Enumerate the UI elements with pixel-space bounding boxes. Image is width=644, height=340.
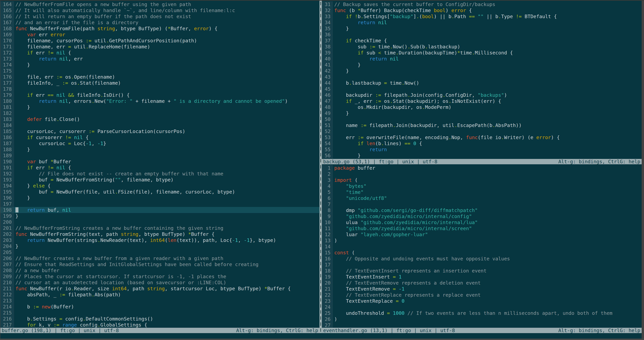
code-line[interactable]: 22 // TextEventReplace represents a repl… [322,292,642,298]
code-line[interactable]: 15const ( [322,250,642,256]
code-line[interactable]: 10 ulua "github.com/zyedidia/micro/inter… [322,219,642,225]
code-line[interactable]: 18 // TextEventInsert represents an inse… [322,268,642,274]
code-line[interactable]: 174 } [0,62,320,68]
code-line[interactable]: 38 sub := time.Now().Sub(b.lastbackup) [322,44,642,50]
code-line[interactable]: 33 if !b.Settings["backup"].(bool) || b.… [322,14,642,20]
code-line[interactable]: 184 [0,122,320,128]
code-line[interactable]: 34 return nil [322,20,642,26]
code-line[interactable]: 195 buf = NewBuffer(file, util.FSize(fil… [0,189,320,195]
code-line[interactable]: 36 [322,32,642,38]
code-line[interactable]: 168func NewBufferFromFile(path string, b… [0,26,320,32]
code-line[interactable]: 211func NewBuffer(r io.Reader, size int6… [0,286,320,292]
code-line[interactable]: 200 [0,219,320,225]
code-line[interactable]: 172 if err != nil { [0,50,320,56]
code-line[interactable]: 17 [322,262,642,268]
code-line[interactable]: 50 [322,116,642,122]
code-line[interactable]: 51 name := filepath.Join(backupdir, util… [322,122,642,128]
code-line[interactable]: 165// It will also automatically handle … [0,8,320,14]
code-line[interactable]: 3import ( [322,177,642,183]
code-line[interactable]: 164// NewBufferFromFile opens a new buff… [0,1,320,8]
code-line[interactable]: 12 luar "layeh.com/gopher-luar" [322,232,642,238]
code-line[interactable]: 188 } [0,146,320,152]
code-line[interactable]: 6 "unicode/utf8" [322,195,642,201]
code-line[interactable]: 202func NewBufferFromString(text, path s… [0,231,320,237]
code-line[interactable]: 21 TextEventRemove = -1 [322,286,642,292]
code-line[interactable]: 13) [322,238,642,244]
code-line[interactable]: 198 return buf, nil [0,207,320,213]
code-line[interactable]: 37 if checkTime { [322,38,642,44]
code-line[interactable]: 186 if cursorerr != nil { [0,134,320,140]
code-line[interactable]: 208// a new buffer [0,267,320,273]
code-line[interactable]: 23 TextEventReplace = 0 [322,298,642,304]
code-line[interactable]: 206// NewBuffer creates a new buffer fro… [0,255,320,261]
code-line[interactable]: 207// Ensure that ReadSettings and InitG… [0,261,320,267]
code-line[interactable]: 204} [0,243,320,249]
code-line[interactable]: 176 file, err := os.Open(filename) [0,74,320,80]
code-line[interactable]: 196 } [0,195,320,201]
code-line[interactable]: 1package buffer [322,165,642,171]
code-line[interactable]: 178 [0,86,320,92]
code-line[interactable]: 190 var buf *Buffer [0,158,320,165]
code-line[interactable]: 9 "github.com/zyedidia/micro/internal/co… [322,213,642,219]
code-line[interactable]: 180 return nil, errors.New("Error: " + f… [0,98,320,104]
code-line[interactable]: 216 b.Settings = config.DefaultCommonSet… [0,316,320,322]
code-line[interactable]: 203 return NewBuffer(strings.NewReader(t… [0,237,320,243]
code-line[interactable]: 197 [0,201,320,207]
code-line[interactable]: 5 "time" [322,189,642,195]
code-line[interactable]: 55 return [322,146,642,152]
code-line[interactable]: 191 if err != nil { [0,165,320,171]
code-line[interactable]: 199} [0,213,320,219]
code-line[interactable]: 189 [0,152,320,158]
code-line[interactable]: 46 backupdir := filepath.Join(config.Con… [322,92,642,98]
code-line[interactable]: 54 if len(b.lines) == 0 { [322,140,642,146]
code-line[interactable]: 19 TextEventInsert = 1 [322,274,642,280]
code-line[interactable]: 45 [322,86,642,92]
code-line[interactable]: 20 // TextEventRemove represents a delet… [322,280,642,286]
code-line[interactable]: 167// and an error if the file is a dire… [0,20,320,26]
code-line[interactable]: 48 os.Mkdir(backupdir, os.ModePerm) [322,104,642,110]
code-line[interactable]: 201// NewBufferFromString creates a new … [0,225,320,231]
code-line[interactable]: 170 filename, cursorPos := util.GetPathA… [0,38,320,44]
code-line[interactable]: 215 [0,310,320,316]
code-area-backup-go[interactable]: 31// Backup saves the current buffer to … [322,1,642,159]
code-line[interactable]: 166// It will return an empty buffer if … [0,14,320,20]
code-line[interactable]: 183 defer file.Close() [0,116,320,122]
code-line[interactable]: 209// Places the cursor at startcursor. … [0,273,320,279]
code-line[interactable]: 39 if sub < time.Duration(backupTime)*ti… [322,50,642,56]
code-line[interactable]: 212 absPath, _ := filepath.Abs(path) [0,292,320,298]
code-line[interactable]: 43 [322,74,642,80]
code-line[interactable]: 177 fileInfo, _ := os.Stat(filename) [0,80,320,86]
code-line[interactable]: 217 for k, v := range config.GlobalSetti… [0,322,320,328]
code-line[interactable]: 42 } [322,68,642,74]
code-line[interactable]: 205 [0,249,320,255]
code-area-eventhandler-go[interactable]: 1package buffer23import (4 "bytes"5 "tim… [322,164,642,328]
code-area-buffer-go[interactable]: 164// NewBufferFromFile opens a new buff… [0,1,320,328]
code-line[interactable]: 213 [0,298,320,304]
code-line[interactable]: 40 return nil [322,56,642,62]
code-line[interactable]: 8 dmp "github.com/sergi/go-diff/diffmatc… [322,207,642,213]
code-line[interactable]: 14 [322,244,642,250]
code-line[interactable]: 187 cursorLoc = Loc{-1, -1} [0,140,320,146]
code-line[interactable]: 16 // Opposite and undoing events must h… [322,256,642,262]
code-line[interactable]: 214 b := new(Buffer) [0,304,320,310]
code-line[interactable]: 210// cursor at an autodetected location… [0,279,320,286]
code-line[interactable]: 25 undoThreshold = 1000 // If two events… [322,310,642,316]
code-line[interactable]: 53 err := overwriteFile(name, encoding.N… [322,134,642,140]
code-line[interactable]: 49 } [322,110,642,116]
code-line[interactable]: 175 [0,68,320,74]
code-line[interactable]: 41 } [322,62,642,68]
code-line[interactable]: 192 // File does not exist -- create an … [0,171,320,177]
code-line[interactable]: 2 [322,171,642,177]
code-line[interactable]: 24 [322,304,642,310]
code-line[interactable]: 169 var err error [0,32,320,38]
code-line[interactable]: 173 return nil, err [0,56,320,62]
code-line[interactable]: 35 } [322,26,642,32]
code-line[interactable]: 56 } [322,152,642,158]
code-line[interactable]: 27 [322,322,642,328]
code-line[interactable]: 11 "github.com/zyedidia/micro/internal/s… [322,225,642,232]
code-line[interactable]: 52 [322,128,642,134]
code-line[interactable]: 32func (b *Buffer) Backup(checkTime bool… [322,8,642,14]
code-line[interactable]: 47 if _, err := os.Stat(backupdir); os.I… [322,98,642,104]
vertical-split-divider[interactable] [320,1,322,333]
code-line[interactable]: 7 [322,201,642,207]
